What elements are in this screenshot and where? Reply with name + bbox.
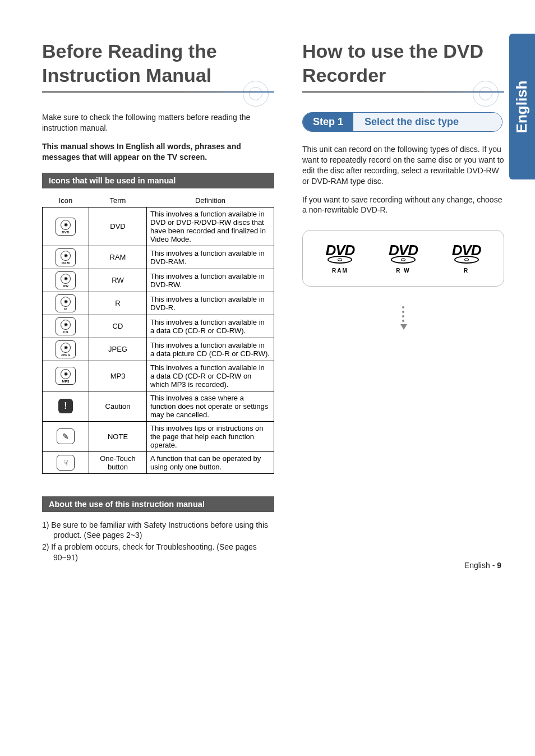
dvd-logo-ellipse-icon — [454, 256, 479, 264]
right-title-block: How to use the DVD Recorder — [302, 39, 504, 93]
step-title: Select the disc type — [353, 113, 502, 131]
step-number: Step 1 — [303, 113, 353, 131]
icon-cell: ☟ — [43, 451, 89, 473]
icon-cell: ◉CD — [43, 315, 89, 338]
definition-cell: This involves a function available in a … — [147, 338, 274, 361]
table-row: ! Caution This involves a case where a f… — [43, 391, 274, 421]
dvd-logo-sub: R W — [396, 268, 410, 274]
term-cell: MP3 — [89, 361, 147, 391]
term-cell: JPEG — [89, 338, 147, 361]
definition-cell: This involves a function available in a … — [147, 315, 274, 338]
about-notes-list: 1) Be sure to be familiar with Safety In… — [42, 520, 274, 564]
side-language-text: English — [514, 80, 531, 133]
icon-cell: ◉JPEG — [43, 338, 89, 361]
dvd-ram-logo: DVD RAM — [325, 242, 354, 275]
dvd-logo-sub: RAM — [332, 268, 348, 274]
section-heading-icons: Icons that will be used in manual — [42, 173, 274, 188]
left-title: Before Reading the Instruction Manual — [42, 39, 274, 87]
term-cell: NOTE — [89, 421, 147, 451]
section-heading-about: About the use of this instruction manual — [42, 496, 274, 512]
definition-cell: This involves a function available in a … — [147, 361, 274, 391]
list-item: 2) If a problem occurs, check for Troubl… — [42, 542, 274, 563]
table-row: ◉MP3 MP3 This involves a function availa… — [43, 361, 274, 391]
table-header-row: Icon Term Definition — [43, 194, 274, 208]
left-title-block: Before Reading the Instruction Manual — [42, 39, 274, 93]
page-footer: English - 9 — [464, 561, 501, 570]
step-paragraph-1: This unit can record on the following ty… — [302, 144, 504, 187]
dvd-r-logo: DVD R — [452, 242, 481, 275]
step-bar: Step 1 Select the disc type — [302, 112, 502, 132]
icon-cell: ◉R — [43, 292, 89, 315]
term-cell: One-Touch button — [89, 451, 147, 473]
term-cell: RAM — [89, 246, 147, 269]
header-icon: Icon — [43, 194, 89, 208]
cd-disc-icon: ◉CD — [56, 317, 76, 335]
dvd-disc-icon: ◉DVD — [56, 218, 76, 236]
icon-cell: ◉RW — [43, 269, 89, 292]
table-row: ◉DVD DVD This involves a function availa… — [43, 207, 274, 246]
rw-disc-icon: ◉RW — [56, 271, 76, 289]
dvd-logo-sub: R — [464, 268, 469, 274]
term-cell: CD — [89, 315, 147, 338]
term-cell: RW — [89, 269, 147, 292]
definition-cell: This involves a case where a function do… — [147, 391, 274, 421]
title-underline — [302, 91, 504, 93]
definition-cell: This involves a function available in DV… — [147, 292, 274, 315]
icons-table: Icon Term Definition ◉DVD DVD This invol… — [42, 194, 274, 474]
table-row: ◉JPEG JPEG This involves a function avai… — [43, 338, 274, 361]
table-row: ✎ NOTE This involves tips or instruction… — [43, 421, 274, 451]
step-paragraph-2: If you want to save recording without an… — [302, 195, 504, 216]
footer-lang: English — [464, 561, 490, 570]
table-row: ◉R R This involves a function available … — [43, 292, 274, 315]
header-definition: Definition — [147, 194, 274, 208]
disc-logos-box: DVD RAM DVD R W DVD R — [302, 230, 504, 287]
header-term: Term — [89, 194, 147, 208]
definition-cell: This involves a function available in DV… — [147, 246, 274, 269]
list-item: 1) Be sure to be familiar with Safety In… — [42, 520, 274, 541]
ram-disc-icon: ◉RAM — [56, 248, 76, 266]
term-cell: Caution — [89, 391, 147, 421]
definition-cell: A function that can be operated by using… — [147, 451, 274, 473]
term-cell: DVD — [89, 207, 147, 246]
title-underline — [42, 91, 274, 93]
definition-cell: This involves a function available in DV… — [147, 207, 274, 246]
dvd-logo-ellipse-icon — [391, 256, 416, 264]
icon-cell: ◉RAM — [43, 246, 89, 269]
right-column: How to use the DVD Recorder Step 1 Selec… — [302, 39, 504, 564]
mp3-disc-icon: ◉MP3 — [56, 367, 76, 385]
definition-cell: This involves tips or instructions on th… — [147, 421, 274, 451]
icon-cell: ✎ — [43, 421, 89, 451]
one-touch-hand-icon: ☟ — [57, 455, 75, 471]
dvd-rw-logo: DVD R W — [389, 242, 418, 275]
table-row: ◉RAM RAM This involves a function availa… — [43, 246, 274, 269]
bold-note-paragraph: This manual shows In English all words, … — [42, 141, 274, 163]
r-disc-icon: ◉R — [56, 294, 76, 312]
table-row: ☟ One-Touch button A function that can b… — [43, 451, 274, 473]
table-row: ◉CD CD This involves a function availabl… — [43, 315, 274, 338]
caution-icon: ! — [58, 399, 73, 413]
footer-page-number: 9 — [497, 561, 501, 570]
note-pencil-icon: ✎ — [57, 428, 75, 444]
icon-cell: ! — [43, 391, 89, 421]
dvd-logo-ellipse-icon — [328, 256, 352, 264]
jpeg-disc-icon: ◉JPEG — [56, 340, 76, 358]
intro-paragraph: Make sure to check the following matters… — [42, 112, 274, 133]
right-title: How to use the DVD Recorder — [302, 39, 504, 87]
definition-cell: This involves a function available in DV… — [147, 269, 274, 292]
continuation-arrow-icon — [400, 306, 406, 330]
icon-cell: ◉MP3 — [43, 361, 89, 391]
table-row: ◉RW RW This involves a function availabl… — [43, 269, 274, 292]
term-cell: R — [89, 292, 147, 315]
icon-cell: ◉DVD — [43, 207, 89, 246]
left-column: Before Reading the Instruction Manual Ma… — [42, 39, 274, 564]
side-language-tab: English — [509, 34, 535, 179]
two-column-layout: Before Reading the Instruction Manual Ma… — [42, 39, 504, 564]
footer-sep: - — [490, 561, 497, 570]
